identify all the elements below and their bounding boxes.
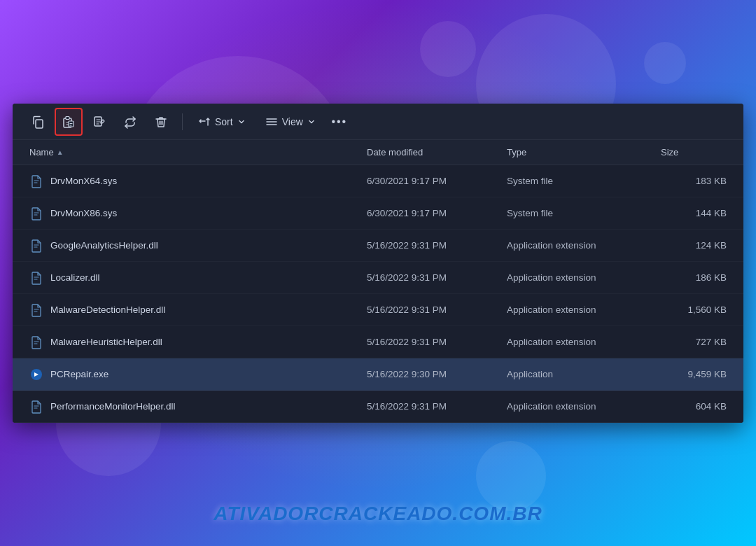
name-sort-arrow: ▲ xyxy=(57,148,64,156)
dll-file-icon xyxy=(29,271,43,285)
file-name-cell: PerformanceMonitorHelper.dll xyxy=(24,400,361,414)
file-name: PCRepair.exe xyxy=(50,369,108,379)
sort-chevron-icon xyxy=(237,118,246,126)
table-row[interactable]: Localizer.dll 5/16/2022 9:31 PM Applicat… xyxy=(13,262,743,294)
file-size: 604 KB xyxy=(655,401,732,412)
file-name-cell: PCRepair.exe xyxy=(24,368,361,382)
paste-button[interactable] xyxy=(55,108,83,136)
table-row[interactable]: MalwareDetectionHelper.dll 5/16/2022 9:3… xyxy=(13,294,743,326)
file-name-cell: GoogleAnalyticsHelper.dll xyxy=(24,239,361,253)
file-type: System file xyxy=(501,176,655,186)
file-name-cell: DrvMonX64.sys xyxy=(24,174,361,188)
table-row[interactable]: DrvMonX86.sys 6/30/2021 9:17 PM System f… xyxy=(13,197,743,230)
file-name-cell: DrvMonX86.sys xyxy=(24,206,361,220)
toolbar-divider-1 xyxy=(182,113,183,130)
file-icon xyxy=(29,303,43,317)
more-options-button[interactable]: ••• xyxy=(327,109,352,134)
dll-file-icon xyxy=(29,400,43,414)
file-size: 186 KB xyxy=(655,272,732,283)
file-size: 1,560 KB xyxy=(655,304,732,315)
file-date: 5/16/2022 9:30 PM xyxy=(361,369,501,379)
toolbar: Sort View ••• xyxy=(13,104,743,140)
sys-file-icon xyxy=(29,206,43,220)
file-date: 5/16/2022 9:31 PM xyxy=(361,272,501,283)
file-type: Application extension xyxy=(501,337,655,347)
file-type: Application extension xyxy=(501,401,655,412)
table-row[interactable]: PerformanceMonitorHelper.dll 5/16/2022 9… xyxy=(13,391,743,423)
file-name-cell: Localizer.dll xyxy=(24,271,361,285)
table-row[interactable]: GoogleAnalyticsHelper.dll 5/16/2022 9:31… xyxy=(13,230,743,262)
file-name: Localizer.dll xyxy=(50,272,100,283)
watermark: ATIVADORCRACKEADO.COM.BR xyxy=(214,503,542,525)
file-icon xyxy=(29,400,43,414)
file-size: 727 KB xyxy=(655,337,732,347)
file-type: Application extension xyxy=(501,240,655,251)
bg-circle-4 xyxy=(420,21,476,77)
rename-button[interactable] xyxy=(85,108,113,136)
view-label: View xyxy=(282,116,303,127)
sys-file-icon xyxy=(29,174,43,188)
file-name-cell: MalwareHeuristicHelper.dll xyxy=(24,335,361,349)
share-button[interactable] xyxy=(116,108,144,136)
dll-file-icon xyxy=(29,335,43,349)
col-header-date[interactable]: Date modified xyxy=(361,144,501,160)
sort-dropdown[interactable]: Sort xyxy=(190,111,254,132)
rename-icon xyxy=(92,115,106,129)
file-size: 124 KB xyxy=(655,240,732,251)
file-type: Application xyxy=(501,369,655,379)
file-icon xyxy=(29,368,43,382)
file-date: 5/16/2022 9:31 PM xyxy=(361,240,501,251)
file-type: Application extension xyxy=(501,272,655,283)
view-chevron-icon xyxy=(307,118,316,126)
file-date: 6/30/2021 9:17 PM xyxy=(361,208,501,218)
exe-file-icon xyxy=(29,368,43,382)
delete-button[interactable] xyxy=(147,108,175,136)
trash-icon xyxy=(154,115,168,129)
col-header-name[interactable]: Name ▲ xyxy=(24,144,361,160)
file-name: MalwareDetectionHelper.dll xyxy=(50,304,165,315)
dll-file-icon xyxy=(29,239,43,253)
bg-circle-6 xyxy=(476,441,546,511)
file-date: 5/16/2022 9:31 PM xyxy=(361,304,501,315)
svg-rect-0 xyxy=(36,120,43,128)
file-name-cell: MalwareDetectionHelper.dll xyxy=(24,303,361,317)
copy-icon xyxy=(31,115,45,129)
file-size: 183 KB xyxy=(655,176,732,186)
file-icon xyxy=(29,174,43,188)
file-name: DrvMonX64.sys xyxy=(50,176,117,186)
column-headers: Name ▲ Date modified Type Size xyxy=(13,140,743,165)
file-size: 144 KB xyxy=(655,208,732,218)
file-date: 5/16/2022 9:31 PM xyxy=(361,337,501,347)
table-row[interactable]: PCRepair.exe 5/16/2022 9:30 PM Applicati… xyxy=(13,358,743,391)
col-header-size[interactable]: Size xyxy=(655,144,732,160)
file-name: DrvMonX86.sys xyxy=(50,208,117,218)
copy-button[interactable] xyxy=(24,108,52,136)
file-icon xyxy=(29,239,43,253)
bg-circle-5 xyxy=(644,42,686,84)
table-row[interactable]: DrvMonX64.sys 6/30/2021 9:17 PM System f… xyxy=(13,165,743,197)
file-date: 5/16/2022 9:31 PM xyxy=(361,401,501,412)
file-name: GoogleAnalyticsHelper.dll xyxy=(50,240,158,251)
file-icon xyxy=(29,271,43,285)
file-name: MalwareHeuristicHelper.dll xyxy=(50,337,162,347)
paste-icon xyxy=(62,115,76,129)
file-list: DrvMonX64.sys 6/30/2021 9:17 PM System f… xyxy=(13,165,743,423)
sort-label: Sort xyxy=(215,116,233,127)
table-row[interactable]: MalwareHeuristicHelper.dll 5/16/2022 9:3… xyxy=(13,326,743,358)
file-date: 6/30/2021 9:17 PM xyxy=(361,176,501,186)
file-icon xyxy=(29,206,43,220)
view-icon xyxy=(265,115,278,128)
file-size: 9,459 KB xyxy=(655,369,732,379)
file-explorer-window: Sort View ••• Name ▲ Date modified xyxy=(13,104,743,423)
svg-rect-2 xyxy=(66,116,69,119)
view-dropdown[interactable]: View xyxy=(257,111,324,132)
file-type: Application extension xyxy=(501,304,655,315)
sort-icon xyxy=(198,115,211,128)
file-name: PerformanceMonitorHelper.dll xyxy=(50,401,176,412)
more-icon: ••• xyxy=(331,115,347,128)
file-icon xyxy=(29,335,43,349)
dll-file-icon xyxy=(29,303,43,317)
col-header-type[interactable]: Type xyxy=(501,144,655,160)
file-type: System file xyxy=(501,208,655,218)
share-icon xyxy=(123,115,137,129)
